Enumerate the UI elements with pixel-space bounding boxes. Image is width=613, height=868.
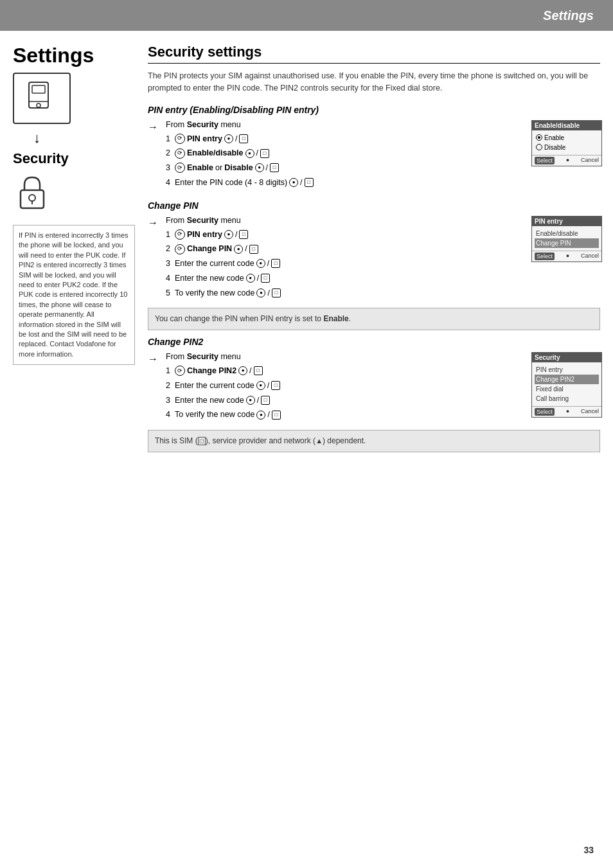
screen-footer: Select ● Cancel: [532, 406, 601, 417]
change-pin2-block: → From Security menu 1 ⟳ Change PIN2: [148, 352, 600, 423]
screen-circle-btn: ●: [566, 157, 569, 164]
step-item: 2 ⟳ Enable/disable ● / □: [166, 147, 314, 159]
step-item: 3 Enter the current code ● / □: [166, 258, 281, 270]
square-btn-icon: □: [271, 259, 280, 268]
pin-entry-arrow-row: → From Security menu 1 ⟳ PIN entry: [148, 120, 521, 191]
screen-cancel-text: Cancel: [581, 252, 599, 260]
sidebar-info-text: If PIN is entered incorrectly 3 times th…: [19, 231, 129, 358]
screen-cancel-text: Cancel: [581, 157, 599, 164]
change-pin-from-menu: From Security menu: [166, 216, 281, 225]
svg-rect-1: [32, 85, 45, 93]
sidebar: Settings ↓ Security: [13, 44, 141, 459]
step-item: 4 To verify the new code ● / □: [166, 409, 281, 421]
step-item: 3 ⟳ Enable or Disable ● / □: [166, 162, 314, 174]
svg-rect-4: [21, 190, 44, 208]
change-pin2-arrow-row: → From Security menu 1 ⟳ Change PIN2: [148, 352, 521, 423]
step-item: 1 ⟳ PIN entry ● / □: [166, 133, 314, 145]
screen-header: Security: [532, 353, 601, 362]
screen-item: Fixed dial: [535, 384, 599, 394]
radio-empty-icon: [536, 144, 542, 150]
step-item: 5 To verify the new code ● / □: [166, 287, 281, 299]
pin-entry-title: PIN entry (Enabling/Disabling PIN entry): [148, 105, 600, 115]
change-pin2-arrow: →: [148, 352, 166, 365]
scroll-icon: ⟳: [175, 163, 185, 173]
square-btn-icon: □: [261, 396, 270, 405]
screen-circle-btn: ●: [566, 408, 569, 416]
circle-btn-icon: ●: [289, 178, 298, 187]
screen-mockup: Enable/disable Enable Disable: [531, 120, 602, 166]
change-pin-block: → From Security menu 1 ⟳ PIN entry: [148, 216, 600, 302]
lock-svg-icon: [13, 172, 51, 214]
screen-header: PIN entry: [532, 217, 601, 226]
change-pin-screen: PIN entry Enable/disable Change PIN Sele…: [526, 216, 600, 302]
sidebar-info-box: If PIN is entered incorrectly 3 times th…: [13, 225, 135, 365]
screen-item: PIN entry: [535, 365, 599, 375]
change-pin-notice: You can change the PIN when PIN entry is…: [148, 308, 600, 330]
change-pin-steps-col: → From Security menu 1 ⟳ PIN entry: [148, 216, 521, 302]
screen-item-highlighted: Change PIN: [535, 238, 599, 248]
change-pin-arrow: →: [148, 216, 166, 229]
change-pin-section: Change PIN → From Security menu 1: [148, 200, 600, 331]
step-item: 2 Enter the current code ● / □: [166, 380, 281, 392]
sidebar-main-title: Settings: [13, 44, 135, 67]
change-pin2-from-menu: From Security menu: [166, 352, 281, 361]
screen-body: PIN entry Change PIN2 Fixed dial Call ba…: [532, 362, 601, 406]
circle-btn-icon: ●: [238, 366, 247, 375]
scroll-icon: ⟳: [175, 366, 185, 376]
sim-icon: □: [198, 437, 206, 445]
square-btn-icon: □: [261, 274, 270, 283]
scroll-icon: ⟳: [175, 229, 185, 240]
screen-mockup: PIN entry Enable/disable Change PIN Sele…: [531, 216, 602, 262]
lock-icon: [13, 172, 58, 217]
screen-cancel-text: Cancel: [581, 408, 599, 416]
circle-btn-icon: ●: [224, 230, 233, 239]
screen-circle-btn: ●: [566, 252, 569, 260]
square-btn-icon: □: [249, 245, 258, 254]
arrow-down-icon: ↓: [13, 130, 135, 146]
screen-radio-enable: Enable: [535, 133, 599, 143]
square-btn-icon: □: [239, 134, 248, 143]
phone-icon: [13, 73, 71, 124]
network-icon: ▲: [315, 437, 323, 445]
circle-btn-icon: ●: [245, 149, 254, 158]
square-btn-icon: □: [239, 230, 248, 239]
change-pin2-title: Change PIN2: [148, 337, 600, 347]
square-btn-icon: □: [270, 163, 279, 172]
screen-item-highlighted: Change PIN2: [535, 375, 599, 384]
screen-body: Enable/disable Change PIN: [532, 226, 601, 251]
square-btn-icon: □: [272, 411, 281, 420]
radio-filled-icon: [536, 134, 542, 141]
screen-header: Enable/disable: [532, 121, 601, 130]
scroll-icon: ⟳: [175, 134, 185, 144]
circle-btn-icon: ●: [224, 134, 233, 143]
screen-body: Enable Disable: [532, 130, 601, 155]
arrow-right-icon: →: [148, 217, 158, 228]
square-btn-icon: □: [271, 381, 280, 390]
pin-entry-section: PIN entry (Enabling/Disabling PIN entry)…: [148, 105, 600, 191]
step-item: 1 ⟳ Change PIN2 ● / □: [166, 365, 281, 377]
circle-btn-icon: ●: [255, 163, 264, 172]
screen-select-btn: Select: [535, 408, 555, 416]
square-btn-icon: □: [272, 288, 281, 297]
scroll-icon: ⟳: [175, 244, 185, 254]
security-label: Security: [13, 150, 135, 167]
change-pin-arrow-row: → From Security menu 1 ⟳ PIN entry: [148, 216, 521, 302]
arrow-right-icon: →: [148, 121, 158, 132]
pin-entry-steps-col: → From Security menu 1 ⟳ PIN entry: [148, 120, 521, 191]
arrow-right-icon: →: [148, 353, 158, 364]
pin-entry-block: → From Security menu 1 ⟳ PIN entry: [148, 120, 600, 191]
circle-btn-icon: ●: [246, 396, 255, 405]
square-btn-icon: □: [305, 178, 314, 187]
svg-point-5: [29, 195, 35, 201]
circle-btn-icon: ●: [246, 274, 255, 283]
step-item: 3 Enter the new code ● / □: [166, 394, 281, 407]
step-item: 4 Enter the PIN code (4 - 8 digits) ● / …: [166, 177, 314, 189]
circle-btn-icon: ●: [256, 411, 265, 420]
sim-notice-box: This is SIM (□), service provider and ne…: [148, 430, 600, 452]
page-number: 33: [583, 845, 594, 855]
header-bar: Settings: [0, 0, 613, 31]
change-pin2-step-list: 1 ⟳ Change PIN2 ● / □: [166, 365, 281, 421]
change-pin2-section: Change PIN2 → From Security menu 1: [148, 337, 600, 452]
screen-select-btn: Select: [535, 157, 555, 164]
intro-text: The PIN protects your SIM against unauth…: [148, 70, 600, 94]
